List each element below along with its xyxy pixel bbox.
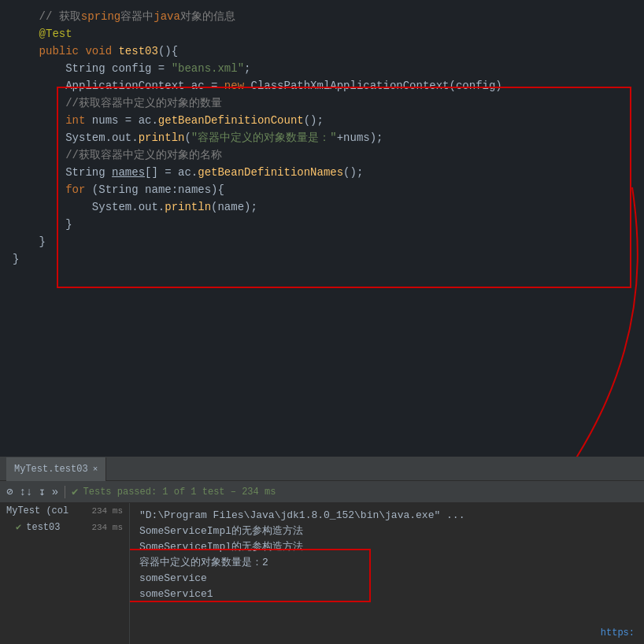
- console-line-6: someService1: [139, 587, 635, 602]
- expand-icon[interactable]: »: [52, 486, 58, 498]
- console-line-2: SomeServiceImpl的无参构造方法: [139, 524, 635, 539]
- stop-icon[interactable]: ⊘: [6, 485, 13, 498]
- console-line-3: SomeServiceImpl的无参构造方法: [139, 539, 635, 555]
- code-line: int nums = ac.getBeanDefinitionCount();: [0, 112, 644, 129]
- test-list: MyTest (col 234 ms ✔ test03 234 ms: [0, 503, 130, 644]
- tab-label: MyTest.test03: [14, 464, 88, 475]
- rerun-icon[interactable]: ↕↓: [19, 486, 32, 498]
- toolbar-separator: [65, 486, 65, 498]
- sort-icon[interactable]: ↧: [39, 485, 45, 498]
- test-tab[interactable]: MyTest.test03 ×: [6, 457, 106, 481]
- console-output: "D:\Program Files\Java\jdk1.8.0_152\bin\…: [130, 503, 644, 644]
- pass-text: Tests passed: 1 of 1 test – 234 ms: [83, 487, 276, 498]
- footer-url: https:: [601, 625, 635, 641]
- code-line: String names[] = ac.getBeanDefinitionNam…: [0, 164, 644, 181]
- code-line: System.out.println(name);: [0, 198, 644, 216]
- code-line: }: [0, 250, 644, 268]
- pass-check-icon: ✔: [72, 485, 78, 498]
- test-list-class: MyTest (col: [6, 505, 68, 516]
- console-line-4: 容器中定义的对象数量是：2: [139, 555, 635, 571]
- test-item-time: 234 ms: [91, 523, 123, 532]
- test-name: test03: [26, 522, 60, 533]
- code-line: //获取容器中定义的对象的名称: [0, 146, 644, 164]
- code-line: //获取容器中定义的对象的数量: [0, 94, 644, 112]
- code-line: }: [0, 233, 644, 250]
- code-editor: // 获取spring容器中java对象的信息 @Test public voi…: [0, 0, 644, 457]
- test-list-time: 234 ms: [91, 506, 123, 516]
- console-line-1: "D:\Program Files\Java\jdk1.8.0_152\bin\…: [139, 508, 635, 524]
- console-container: MyTest (col 234 ms ✔ test03 234 ms "D:\P…: [0, 503, 644, 644]
- tab-bar: MyTest.test03 ×: [0, 457, 644, 481]
- code-line: // 获取spring容器中java对象的信息: [0, 8, 644, 25]
- test-list-header-item: MyTest (col 234 ms: [0, 503, 129, 519]
- test-pass-icon: ✔: [16, 521, 21, 533]
- code-line: ApplicationContext ac = new ClassPathXml…: [0, 77, 644, 94]
- code-line: @Test: [0, 25, 644, 43]
- bottom-panel: MyTest.test03 × ⊘ ↕↓ ↧ » ✔ Tests passed:…: [0, 457, 644, 644]
- code-line: public void test03(){: [0, 43, 644, 60]
- code-line: System.out.println("容器中定义的对象数量是："+nums);: [0, 129, 644, 146]
- console-line-5: someService: [139, 571, 635, 587]
- code-line: }: [0, 216, 644, 233]
- code-line: for (String name:names){: [0, 181, 644, 198]
- tab-close-button[interactable]: ×: [93, 464, 98, 474]
- test-toolbar: ⊘ ↕↓ ↧ » ✔ Tests passed: 1 of 1 test – 2…: [0, 481, 644, 503]
- test-list-item[interactable]: ✔ test03 234 ms: [0, 519, 129, 535]
- code-line: String config = "beans.xml";: [0, 60, 644, 77]
- pass-indicator: ✔ Tests passed: 1 of 1 test – 234 ms: [72, 485, 276, 498]
